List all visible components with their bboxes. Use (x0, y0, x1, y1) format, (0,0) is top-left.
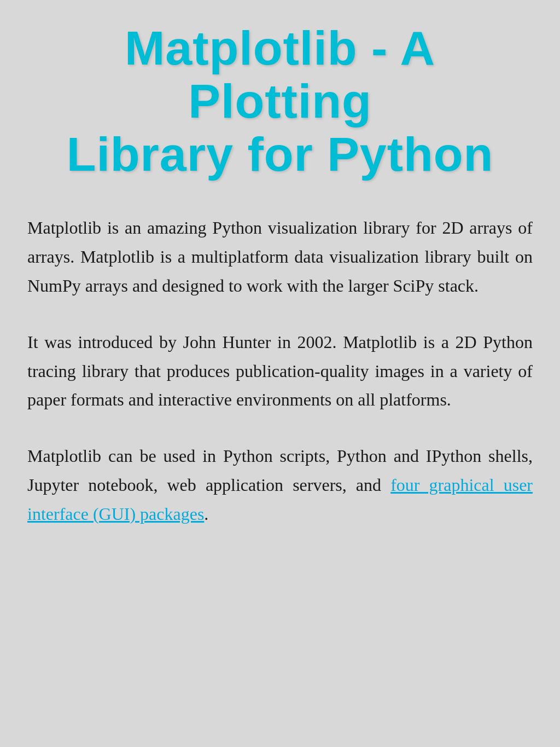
paragraph-3-section: Matplotlib can be used in Python scripts… (27, 442, 533, 528)
paragraph-1: Matplotlib is an amazing Python visualiz… (27, 213, 533, 300)
paragraph-2-section: It was introduced by John Hunter in 2002… (27, 328, 533, 414)
paragraph-3-text-after-link: . (204, 504, 208, 524)
paragraph-3: Matplotlib can be used in Python scripts… (27, 442, 533, 528)
page-title: Matplotlib - A Plotting Library for Pyth… (27, 22, 533, 181)
paragraph-2: It was introduced by John Hunter in 2002… (27, 328, 533, 414)
paragraph-1-section: Matplotlib is an amazing Python visualiz… (27, 213, 533, 300)
